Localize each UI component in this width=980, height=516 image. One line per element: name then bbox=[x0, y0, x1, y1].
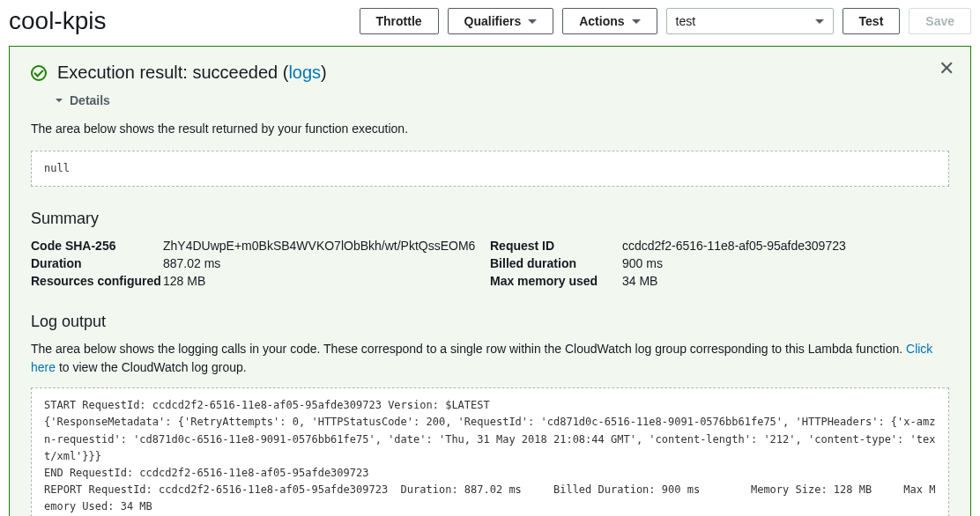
return-value-box: null bbox=[31, 151, 949, 187]
summary-value: 900 ms bbox=[622, 256, 663, 270]
chevron-down-icon bbox=[56, 99, 63, 102]
throttle-label: Throttle bbox=[376, 14, 422, 28]
execution-result-panel: ✕ Execution result: succeeded (logs) Det… bbox=[9, 46, 971, 516]
log-desc-suffix: to view the CloudWatch log group. bbox=[56, 360, 247, 374]
summary-value: 887.02 ms bbox=[163, 256, 220, 270]
summary-row-maxmem: Max memory used34 MB bbox=[490, 272, 949, 290]
result-description: The area below shows the result returned… bbox=[31, 120, 949, 138]
test-button[interactable]: Test bbox=[843, 8, 901, 34]
chevron-down-icon bbox=[815, 19, 824, 24]
result-title-row: Execution result: succeeded (logs) bbox=[31, 63, 949, 83]
summary-label: Resources configured bbox=[31, 274, 163, 288]
summary-value: 128 MB bbox=[163, 274, 205, 288]
qualifiers-dropdown[interactable]: Qualifiers bbox=[448, 8, 554, 34]
summary-label: Code SHA-256 bbox=[31, 239, 163, 253]
result-title-suffix: ) bbox=[321, 63, 327, 82]
summary-row-billed: Billed duration900 ms bbox=[490, 254, 949, 272]
summary-row-resources: Resources configured128 MB bbox=[31, 272, 490, 290]
log-output-box: START RequestId: ccdcd2f2-6516-11e8-af05… bbox=[31, 387, 949, 516]
summary-heading: Summary bbox=[31, 210, 949, 228]
function-header: cool-kpis Throttle Qualifiers Actions te… bbox=[0, 0, 980, 46]
summary-row-sha: Code SHA-256ZhY4DUwpE+m0BkSB4WVKO7lObBkh… bbox=[31, 237, 490, 254]
details-toggle[interactable]: Details bbox=[56, 93, 949, 107]
log-description: The area below shows the logging calls i… bbox=[31, 340, 949, 377]
throttle-button[interactable]: Throttle bbox=[360, 8, 439, 34]
details-label: Details bbox=[70, 93, 110, 107]
summary-grid: Code SHA-256ZhY4DUwpE+m0BkSB4WVKO7lObBkh… bbox=[31, 237, 949, 290]
actions-label: Actions bbox=[579, 14, 624, 28]
summary-label: Request ID bbox=[490, 239, 622, 253]
summary-label: Max memory used bbox=[490, 274, 622, 288]
save-button: Save bbox=[909, 8, 971, 34]
save-label: Save bbox=[925, 14, 954, 28]
success-check-icon bbox=[31, 65, 47, 81]
actions-dropdown[interactable]: Actions bbox=[562, 8, 657, 34]
chevron-down-icon bbox=[528, 19, 537, 24]
summary-row-requestid: Request IDccdcd2f2-6516-11e8-af05-95afde… bbox=[490, 237, 949, 254]
qualifiers-label: Qualifiers bbox=[464, 14, 522, 28]
close-icon[interactable]: ✕ bbox=[939, 59, 954, 78]
test-event-value: test bbox=[676, 14, 696, 28]
result-title-prefix: Execution result: succeeded ( bbox=[57, 63, 288, 82]
summary-label: Billed duration bbox=[490, 256, 622, 270]
summary-left-col: Code SHA-256ZhY4DUwpE+m0BkSB4WVKO7lObBkh… bbox=[31, 237, 490, 290]
result-title: Execution result: succeeded (logs) bbox=[57, 63, 327, 83]
log-desc-prefix: The area below shows the logging calls i… bbox=[31, 342, 906, 356]
summary-value: ZhY4DUwpE+m0BkSB4WVKO7lObBkh/wt/PktQssEO… bbox=[163, 239, 475, 253]
summary-value: 34 MB bbox=[622, 274, 657, 288]
test-label: Test bbox=[859, 14, 884, 28]
summary-value: ccdcd2f2-6516-11e8-af05-95afde309723 bbox=[622, 239, 846, 253]
summary-row-duration: Duration887.02 ms bbox=[31, 254, 490, 272]
log-output-heading: Log output bbox=[31, 313, 949, 331]
function-name: cool-kpis bbox=[9, 7, 106, 35]
logs-link[interactable]: logs bbox=[288, 63, 321, 82]
chevron-down-icon bbox=[632, 19, 641, 24]
test-event-select[interactable]: test bbox=[666, 8, 834, 34]
summary-right-col: Request IDccdcd2f2-6516-11e8-af05-95afde… bbox=[490, 237, 949, 290]
summary-label: Duration bbox=[31, 256, 163, 270]
